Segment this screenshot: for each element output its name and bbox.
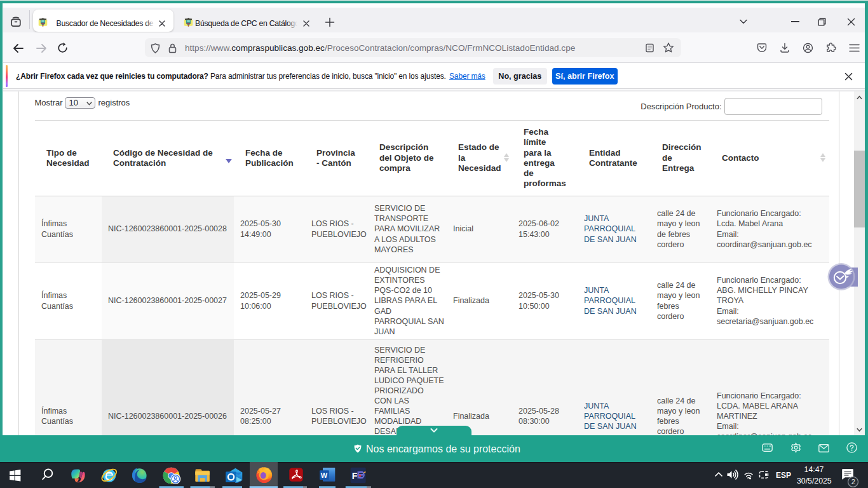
svg-text:W: W (321, 471, 328, 479)
svg-text:F: F (352, 471, 358, 481)
